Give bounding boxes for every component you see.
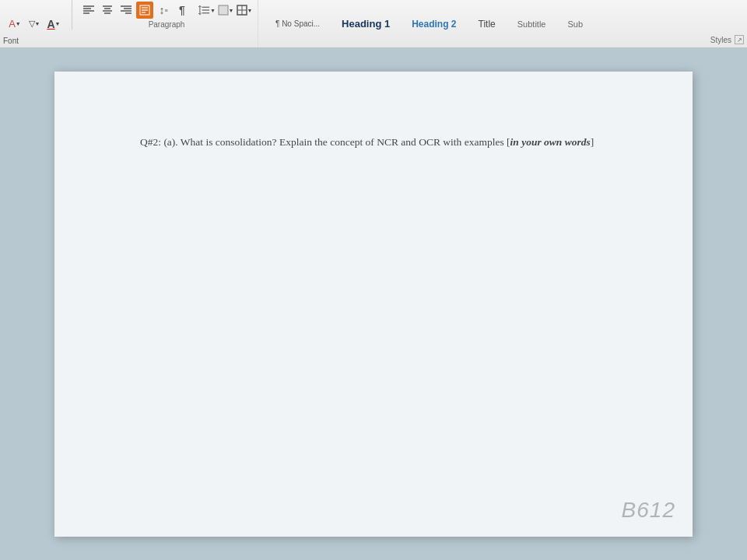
watermark: B612 xyxy=(622,498,675,523)
style-title-btn[interactable]: Title xyxy=(471,17,503,31)
document-content: Q#2: (a). What is consolidation? Explain… xyxy=(140,134,622,151)
font-format-icons: A ▼ ▽ ▼ A ▼ xyxy=(6,16,62,33)
style-subtitle-btn[interactable]: Subtitle xyxy=(510,18,554,30)
ribbon-bottom-bar: Font xyxy=(0,33,156,47)
document-page: Q#2: (a). What is consolidation? Explain… xyxy=(54,72,693,537)
show-hide-paragraph-icon[interactable]: ¶ xyxy=(174,2,191,19)
style-heading1-btn[interactable]: Heading 1 xyxy=(334,16,398,31)
text-highlight-icon[interactable]: ▽ ▼ xyxy=(26,16,43,33)
ribbon-toolbar: A ▼ ▽ ▼ A ▼ xyxy=(0,0,747,48)
highlight-color-icon[interactable]: A ▼ xyxy=(6,16,23,33)
paragraph-expand-btn[interactable]: ↗ xyxy=(735,35,744,44)
align-right-icon[interactable] xyxy=(117,2,135,19)
line-spacing-icon[interactable]: ▼ xyxy=(198,2,216,19)
shading-icon[interactable]: ▼ xyxy=(217,2,234,19)
document-container: Q#2: (a). What is consolidation? Explain… xyxy=(0,48,747,560)
paragraph-label: Paragraph xyxy=(149,20,185,29)
align-left-icon[interactable] xyxy=(80,2,97,19)
styles-section-label: Styles xyxy=(710,36,731,44)
font-color-icon[interactable]: A ▼ xyxy=(45,16,62,33)
paragraph-highlight-icon[interactable] xyxy=(136,2,153,19)
bold-italic-text: in your own words xyxy=(510,136,591,148)
borders-icon[interactable]: ▼ xyxy=(236,2,253,19)
style-heading2-btn[interactable]: Heading 2 xyxy=(404,17,464,31)
ribbon-divider-1 xyxy=(72,0,72,30)
question-paragraph: Q#2: (a). What is consolidation? Explain… xyxy=(140,134,622,151)
style-no-spacing-btn[interactable]: ¶ No Spaci... xyxy=(268,18,328,30)
font-label: Font xyxy=(3,37,19,45)
sort-icon[interactable]: ↕ ≡ xyxy=(155,2,172,19)
styles-section: ¶ No Spaci... Heading 1 Heading 2 Title … xyxy=(258,0,747,47)
paragraph-icons: ↕ ≡ ¶ ▼ xyxy=(80,2,253,19)
style-sub-btn[interactable]: Sub xyxy=(559,18,591,30)
svg-rect-19 xyxy=(219,5,228,15)
align-center-icon[interactable] xyxy=(99,2,116,19)
